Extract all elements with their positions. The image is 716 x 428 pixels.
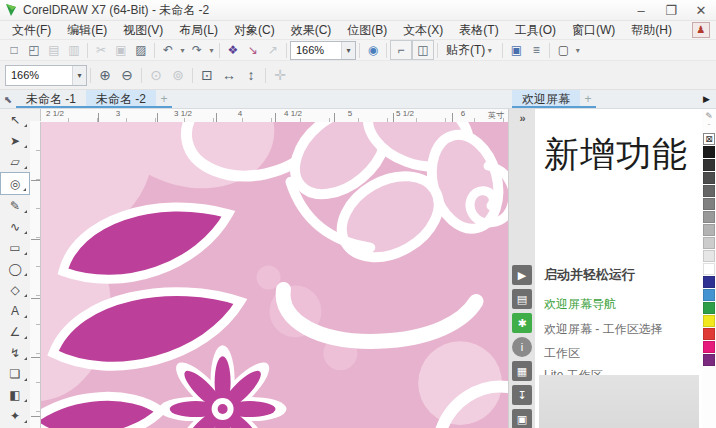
link-welcome-tour[interactable]: 欢迎屏幕导航 [544, 296, 616, 313]
menu-tools[interactable]: 工具(O) [507, 22, 564, 39]
updates-download-icon[interactable]: ↧ [512, 385, 532, 405]
zoom-levels-combo[interactable]: 166% ▾ [5, 65, 87, 86]
copy-button[interactable]: ▣ [111, 41, 131, 59]
export-button[interactable]: ↗ [263, 41, 283, 59]
rulers-toggle-button[interactable]: ⌐ [390, 40, 412, 60]
link-workspace-selection[interactable]: 欢迎屏幕 - 工作区选择 [544, 321, 663, 338]
artistic-media-tool[interactable]: ∿ [0, 216, 30, 237]
ellipse-tool[interactable]: ◯ [0, 258, 30, 279]
collapse-panel-button[interactable]: » [509, 109, 536, 127]
color-swatch[interactable] [703, 172, 715, 184]
new-document-tab-button[interactable]: + [156, 90, 172, 108]
color-eyedropper-tool[interactable]: ✦ [0, 405, 30, 426]
import-button[interactable]: ↘ [243, 41, 263, 59]
navigator-button[interactable]: ✛ [269, 64, 291, 86]
menu-object[interactable]: 对象(C) [226, 22, 283, 39]
tutorials-monitor-icon[interactable]: ▤ [512, 289, 532, 309]
menu-view[interactable]: 视图(V) [115, 22, 171, 39]
menu-help[interactable]: 帮助(H) [623, 22, 680, 39]
color-swatch[interactable] [703, 146, 715, 158]
color-swatch[interactable] [703, 341, 715, 353]
menu-effects[interactable]: 效果(C) [283, 22, 340, 39]
tab-welcome-screen[interactable]: 欢迎屏幕 [512, 90, 580, 108]
menu-layout[interactable]: 布局(L) [171, 22, 226, 39]
connector-tool[interactable]: ↯ [0, 342, 30, 363]
transparency-tool[interactable]: ◧ [0, 384, 30, 405]
color-swatch[interactable] [703, 302, 715, 314]
new-document-button[interactable]: □ [4, 41, 24, 59]
color-swatch[interactable] [703, 354, 715, 366]
color-swatch[interactable] [703, 276, 715, 288]
redo-button[interactable]: ↷ [187, 41, 207, 59]
video-play-icon[interactable]: ▶ [512, 265, 532, 285]
dimension-tool[interactable]: ∠ [0, 321, 30, 342]
undo-button[interactable]: ↶ [158, 41, 178, 59]
print-button[interactable]: ▥ [64, 41, 84, 59]
no-color-swatch[interactable]: ⊠ [703, 133, 715, 145]
info-icon[interactable]: i [512, 337, 532, 357]
chevron-down-icon[interactable]: ▾ [72, 66, 86, 85]
color-swatch[interactable] [703, 315, 715, 327]
text-tool[interactable]: A [0, 300, 30, 321]
save-button[interactable]: ▤ [44, 41, 64, 59]
link-workspace[interactable]: 工作区 [544, 345, 580, 362]
tab-untitled-1[interactable]: 未命名 -1 [16, 90, 86, 108]
minimize-button[interactable]: – [626, 1, 656, 20]
zoom-out-button[interactable]: ⊖ [116, 64, 138, 86]
menu-bitmaps[interactable]: 位图(B) [339, 22, 395, 39]
crop-tool[interactable]: ▱ [0, 151, 30, 172]
zoom-to-page-button[interactable]: ⊡ [196, 64, 218, 86]
preview-toggle-button[interactable]: ◫ [412, 40, 434, 60]
snap-to-dropdown[interactable]: 贴齐(T) ▾ [441, 42, 499, 59]
zoom-in-button[interactable]: ⊕ [94, 64, 116, 86]
maximize-button[interactable]: ❐ [656, 1, 686, 20]
rectangle-tool[interactable]: ▭ [0, 237, 30, 258]
menu-table[interactable]: 表格(T) [451, 22, 506, 39]
menu-window[interactable]: 窗口(W) [564, 22, 623, 39]
drawing-canvas[interactable] [41, 122, 508, 428]
graphics-options-button[interactable]: ▣ [506, 41, 526, 59]
color-swatch[interactable] [703, 250, 715, 262]
color-swatch[interactable] [703, 328, 715, 340]
menu-edit[interactable]: 编辑(E) [59, 22, 115, 39]
color-swatch[interactable] [703, 159, 715, 171]
tab-untitled-2[interactable]: 未命名 -2 [86, 90, 156, 108]
color-swatch[interactable] [703, 224, 715, 236]
align-settings-button[interactable]: ≡ [526, 41, 546, 59]
palette-scroll-up-icon[interactable]: ˆ [702, 123, 716, 133]
close-button[interactable]: ✕ [686, 1, 716, 20]
display-options-button[interactable]: ▢ [553, 41, 573, 59]
whats-new-star-icon[interactable]: ✱ [512, 313, 532, 333]
chevron-down-icon[interactable]: ▾ [341, 42, 355, 59]
tab-scroll-right-button[interactable]: ▶ [700, 92, 713, 105]
zoom-to-width-button[interactable]: ↔ [218, 64, 240, 86]
welcome-preview-area[interactable] [539, 375, 699, 428]
polygon-tool[interactable]: ◇ [0, 279, 30, 300]
menu-file[interactable]: 文件(F) [4, 22, 59, 39]
color-swatch[interactable] [703, 237, 715, 249]
paste-button[interactable]: ▨ [131, 41, 151, 59]
zoom-to-selection-button[interactable]: ⊙ [145, 64, 167, 86]
membership-icon[interactable]: ▣ [512, 409, 532, 428]
zoom-level-combo[interactable]: 166% ▾ [290, 41, 356, 60]
open-button[interactable]: ◰ [24, 41, 44, 59]
account-sign-in-icon[interactable]: ♟ [692, 22, 710, 38]
app-launcher-button[interactable]: ◉ [363, 41, 383, 59]
search-content-button[interactable]: ❖ [223, 41, 243, 59]
zoom-to-height-button[interactable]: ↕ [240, 64, 262, 86]
menu-text[interactable]: 文本(X) [395, 22, 451, 39]
pencil-edit-icon[interactable]: ✎ [702, 109, 716, 123]
drop-shadow-tool[interactable]: ❏ [0, 363, 30, 384]
display-dropdown-caret[interactable]: ▾ [573, 46, 582, 55]
redo-dropdown-caret[interactable]: ▾ [207, 46, 216, 55]
gallery-icon[interactable]: ▦ [512, 361, 532, 381]
zoom-to-all-button[interactable]: ⊚ [167, 64, 189, 86]
color-swatch[interactable] [703, 185, 715, 197]
color-swatch[interactable] [703, 211, 715, 223]
new-welcome-tab-button[interactable]: + [580, 90, 596, 108]
color-swatch[interactable] [703, 198, 715, 210]
freehand-tool[interactable]: ✎ [0, 195, 30, 216]
cut-button[interactable]: ✂ [91, 41, 111, 59]
pick-tool[interactable]: ↖ [0, 109, 30, 130]
shape-tool[interactable]: ➤ [0, 130, 30, 151]
